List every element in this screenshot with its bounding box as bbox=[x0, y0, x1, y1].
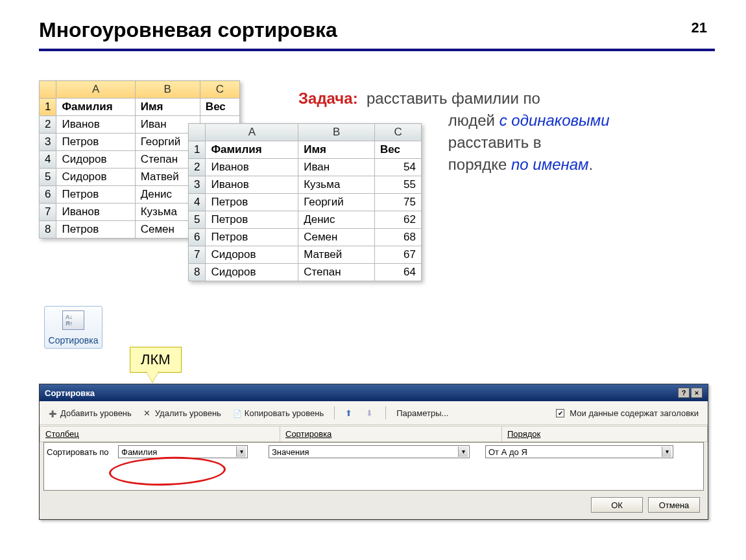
plus-icon bbox=[49, 408, 58, 417]
table-row: 4ПетровГеоргий75 bbox=[189, 194, 422, 211]
col-a: A bbox=[206, 124, 298, 141]
hdr-weight: Вес bbox=[200, 99, 239, 116]
page-number: 21 bbox=[692, 19, 707, 36]
col-c: C bbox=[375, 124, 422, 141]
grid-col3: Порядок bbox=[501, 426, 708, 442]
grid-col2: Сортировка bbox=[280, 426, 501, 442]
headers-check[interactable]: ✔ Мои данные содержат заголовки bbox=[552, 407, 703, 419]
order-select[interactable]: От А до Я bbox=[485, 445, 673, 458]
help-button[interactable]: ? bbox=[678, 388, 690, 398]
arrow-up-icon bbox=[345, 408, 354, 417]
add-level-button[interactable]: Добавить уровень bbox=[45, 407, 136, 419]
col-b: B bbox=[298, 124, 375, 141]
delete-level-button[interactable]: Удалить уровень bbox=[139, 407, 225, 419]
close-button[interactable]: × bbox=[691, 388, 703, 398]
checkbox-icon: ✔ bbox=[556, 409, 564, 417]
hdr-weight: Вес bbox=[375, 141, 422, 159]
hdr-name: Имя bbox=[298, 141, 375, 159]
sort-button[interactable]: Сортировка bbox=[44, 306, 102, 349]
params-button[interactable]: Параметры... bbox=[392, 407, 452, 419]
task-label: Задача: bbox=[298, 89, 358, 107]
table-row: 2ИвановИван54 bbox=[189, 159, 422, 176]
sort-by-label: Сортировать по bbox=[47, 447, 118, 457]
order-value: От А до Я bbox=[488, 447, 527, 457]
task-line2a: людей bbox=[448, 111, 495, 129]
ok-button[interactable]: ОК bbox=[591, 497, 643, 513]
task-em1: с одинаковыми bbox=[499, 111, 610, 129]
dialog-footer: ОК Отмена bbox=[40, 491, 708, 519]
task-line1: расставить фамилии по bbox=[367, 89, 540, 107]
cancel-button[interactable]: Отмена bbox=[648, 497, 700, 513]
task-line4: порядке bbox=[448, 156, 507, 173]
hdr-lastname: Фамилия bbox=[56, 99, 135, 116]
table-row: 8СидоровСтепан64 bbox=[189, 264, 422, 281]
col-c: C bbox=[200, 81, 239, 99]
arrow-down-icon bbox=[366, 408, 375, 417]
sort-icon bbox=[62, 310, 84, 330]
move-down-button[interactable] bbox=[362, 407, 379, 419]
copy-icon bbox=[233, 408, 242, 417]
sort-level-row: Сортировать по Фамилия Значения От А до … bbox=[44, 443, 703, 461]
dialog-titlebar[interactable]: Сортировка ? × bbox=[40, 384, 708, 401]
x-icon bbox=[143, 408, 152, 417]
add-level-label: Добавить уровень bbox=[60, 408, 132, 418]
lkm-callout: ЛКМ bbox=[130, 347, 182, 373]
task-period: . bbox=[589, 156, 594, 173]
dialog-toolbar: Добавить уровень Удалить уровень Копиров… bbox=[40, 401, 708, 425]
column-select-value: Фамилия bbox=[121, 447, 157, 457]
result-table: A B C 1 Фамилия Имя Вес 2ИвановИван54 3И… bbox=[188, 123, 422, 281]
col-a: A bbox=[56, 81, 135, 99]
table-row: 6ПетровСемен68 bbox=[189, 229, 422, 246]
copy-level-button[interactable]: Копировать уровень bbox=[229, 407, 328, 419]
sort-on-value: Значения bbox=[272, 447, 309, 457]
sort-dialog: Сортировка ? × Добавить уровень Удалить … bbox=[39, 384, 708, 520]
table-row: 3ИвановКузьма55 bbox=[189, 176, 422, 194]
move-up-button[interactable] bbox=[341, 407, 358, 419]
task-line3: расставить в bbox=[448, 134, 542, 151]
toolbar-separator bbox=[385, 406, 386, 419]
dialog-title: Сортировка bbox=[45, 388, 95, 398]
grid-col1: Столбец bbox=[40, 426, 280, 442]
task-em2: по именам bbox=[511, 156, 589, 173]
toolbar-separator bbox=[334, 406, 335, 419]
sort-on-select[interactable]: Значения bbox=[269, 445, 470, 458]
dialog-grid-body: Сортировать по Фамилия Значения От А до … bbox=[43, 442, 704, 491]
delete-level-label: Удалить уровень bbox=[155, 408, 221, 418]
hdr-name: Имя bbox=[135, 99, 200, 116]
slide-title: Многоуровневая сортировка bbox=[39, 18, 715, 42]
dialog-grid-header: Столбец Сортировка Порядок bbox=[40, 425, 708, 442]
table-row: 7СидоровМатвей67 bbox=[189, 246, 422, 264]
title-rule bbox=[39, 49, 715, 51]
col-b: B bbox=[135, 81, 200, 99]
headers-check-label: Мои данные содержат заголовки bbox=[570, 408, 699, 418]
hdr-lastname: Фамилия bbox=[206, 141, 298, 159]
callout-tail bbox=[146, 371, 159, 382]
column-select[interactable]: Фамилия bbox=[118, 445, 248, 458]
sort-button-label: Сортировка bbox=[47, 335, 99, 345]
table-row: 5ПетровДенис62 bbox=[189, 211, 422, 229]
copy-level-label: Копировать уровень bbox=[245, 408, 324, 418]
